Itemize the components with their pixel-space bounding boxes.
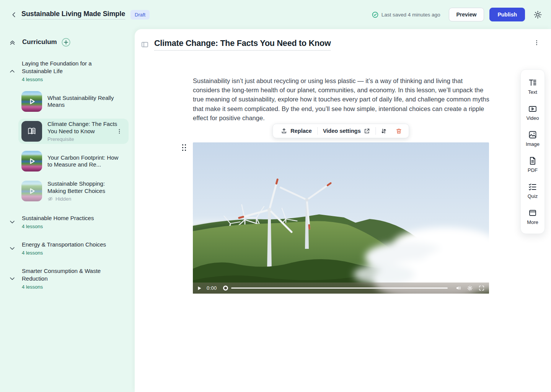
- add-section-button[interactable]: [62, 38, 71, 47]
- curriculum-section: Smarter Consumption & Waste Reduction 4 …: [0, 267, 135, 290]
- kebab-vertical-icon: [116, 128, 123, 134]
- section-title: Laying the Foundation for a Sustainable …: [22, 60, 117, 75]
- lesson-title: What Sustainability Really Means: [47, 95, 119, 109]
- lesson-reading-thumbnail: [21, 121, 42, 142]
- header-actions: Last saved 4 minutes ago Preview Publish: [372, 8, 543, 21]
- image-block-icon: [528, 130, 537, 139]
- section-header-3[interactable]: Energy & Transportation Choices 4 lesson…: [0, 241, 135, 256]
- video-player[interactable]: 0:00: [193, 142, 489, 294]
- play-button[interactable]: [197, 285, 203, 291]
- lesson-page-title[interactable]: Climate Change: The Facts You Need to Kn…: [154, 39, 331, 51]
- back-button[interactable]: [9, 10, 18, 19]
- section-header-1[interactable]: Laying the Foundation for a Sustainable …: [0, 60, 135, 82]
- player-settings-button[interactable]: [466, 285, 474, 292]
- section-title: Smarter Consumption & Waste Reduction: [22, 267, 117, 283]
- volume-button[interactable]: [455, 285, 462, 292]
- section-title: Sustainable Home Practices: [22, 214, 117, 222]
- insert-more-button[interactable]: More: [521, 204, 544, 230]
- insert-video-button[interactable]: Video: [521, 100, 544, 126]
- curriculum-section: Energy & Transportation Choices 4 lesson…: [0, 241, 135, 256]
- video-block-toolbar: Replace Video settings: [272, 124, 409, 138]
- insert-quiz-button[interactable]: Quiz: [521, 178, 544, 204]
- curriculum-sidebar: Curriculum Laying the Foundation for a S…: [0, 29, 135, 392]
- last-saved-text: Last saved 4 minutes ago: [381, 12, 440, 18]
- curriculum-section: Sustainable Home Practices 4 lessons: [0, 214, 135, 229]
- insert-label: More: [527, 219, 538, 225]
- more-blocks-icon: [528, 208, 537, 217]
- lesson-title: Climate Change: The Facts You Need to Kn…: [47, 121, 119, 135]
- lesson-title: Sustainable Shopping: Making Better Choi…: [47, 180, 119, 194]
- video-frame-wind-turbines: [193, 142, 489, 294]
- video-block-icon: [528, 104, 537, 113]
- lesson-item-carbon-footprint[interactable]: Your Carbon Footprint: How to Measure an…: [18, 149, 129, 173]
- status-badge: Draft: [130, 10, 150, 20]
- course-title[interactable]: Sustainable Living Made Simple: [21, 10, 125, 20]
- chevron-left-icon: [11, 11, 17, 18]
- play-icon: [21, 151, 42, 172]
- lesson-body-text[interactable]: Sustainability isn’t just about recyclin…: [193, 76, 490, 122]
- section-header-4[interactable]: Smarter Consumption & Waste Reduction 4 …: [0, 267, 135, 290]
- publish-button[interactable]: Publish: [489, 8, 525, 21]
- layout-panel-icon: [141, 41, 149, 48]
- lesson-video-thumbnail: [21, 151, 42, 172]
- section-title: Energy & Transportation Choices: [22, 241, 117, 248]
- video-settings-label: Video settings: [323, 128, 361, 134]
- lesson-title: Your Carbon Footprint: How to Measure an…: [47, 154, 119, 168]
- insert-label: Quiz: [528, 193, 538, 199]
- text-block-icon: [528, 78, 537, 87]
- curriculum-section: Laying the Foundation for a Sustainable …: [0, 60, 135, 204]
- chevron-down-icon: [9, 276, 15, 282]
- save-status: Last saved 4 minutes ago: [372, 11, 440, 18]
- play-icon: [21, 181, 42, 201]
- play-icon: [21, 91, 42, 112]
- settings-button[interactable]: [533, 10, 543, 20]
- delete-block-button[interactable]: [391, 124, 407, 138]
- lesson-list: What Sustainability Really Means Climate…: [18, 89, 129, 204]
- chevron-up-icon: [9, 68, 15, 74]
- lesson-editor-panel: Climate Change: The Facts You Need to Kn…: [135, 29, 551, 392]
- lesson-item-what-sustainability[interactable]: What Sustainability Really Means: [18, 89, 129, 114]
- chevron-down-icon: [9, 245, 15, 252]
- insert-image-button[interactable]: Image: [521, 126, 544, 152]
- block-drag-handle[interactable]: [182, 144, 187, 151]
- replace-video-button[interactable]: Replace: [275, 124, 317, 138]
- plus-circle-icon: [62, 38, 71, 47]
- section-header-2[interactable]: Sustainable Home Practices 4 lessons: [0, 214, 135, 229]
- external-link-icon: [364, 128, 370, 134]
- double-chevron-up-icon[interactable]: [9, 39, 16, 46]
- lesson-item-sustainable-shopping[interactable]: Sustainable Shopping: Making Better Choi…: [18, 178, 129, 204]
- section-lesson-count: 4 lessons: [22, 284, 126, 290]
- quiz-block-icon: [528, 182, 537, 191]
- lesson-item-climate-change[interactable]: Climate Change: The Facts You Need to Kn…: [18, 119, 129, 144]
- insert-label: Text: [528, 89, 537, 95]
- pdf-block-icon: [528, 156, 537, 165]
- seek-track[interactable]: [231, 287, 448, 289]
- trash-icon: [396, 127, 403, 135]
- insert-label: Image: [526, 141, 540, 147]
- insert-label: PDF: [528, 167, 538, 173]
- top-bar: Sustainable Living Made Simple Draft Las…: [0, 0, 551, 29]
- check-circle-icon: [372, 11, 378, 18]
- open-book-icon: [27, 126, 37, 136]
- preview-button[interactable]: Preview: [449, 8, 484, 21]
- insert-text-button[interactable]: Text: [521, 74, 544, 100]
- lesson-options-button[interactable]: [533, 39, 540, 46]
- lesson-menu-button[interactable]: [116, 128, 123, 135]
- lesson-video-thumbnail: [21, 181, 42, 201]
- upload-icon: [280, 127, 287, 134]
- toggle-sidebar-button[interactable]: [141, 41, 149, 49]
- section-lesson-count: 4 lessons: [22, 224, 126, 229]
- insert-pdf-button[interactable]: PDF: [521, 152, 544, 178]
- section-lesson-count: 4 lessons: [22, 77, 126, 82]
- current-time: 0:00: [207, 285, 217, 291]
- eye-off-icon: [47, 196, 53, 202]
- fullscreen-button[interactable]: [478, 285, 485, 292]
- reorder-block-button[interactable]: [376, 124, 391, 138]
- video-control-bar: 0:00: [193, 283, 489, 294]
- section-lesson-count: 4 lessons: [22, 250, 126, 256]
- insert-label: Video: [526, 115, 539, 121]
- insert-block-toolbar: Text Video Image PDF Quiz More: [520, 69, 545, 234]
- seek-knob[interactable]: [223, 286, 228, 291]
- lesson-badge-prerequisite: Prerequisite: [47, 136, 119, 142]
- video-settings-button[interactable]: Video settings: [318, 124, 376, 138]
